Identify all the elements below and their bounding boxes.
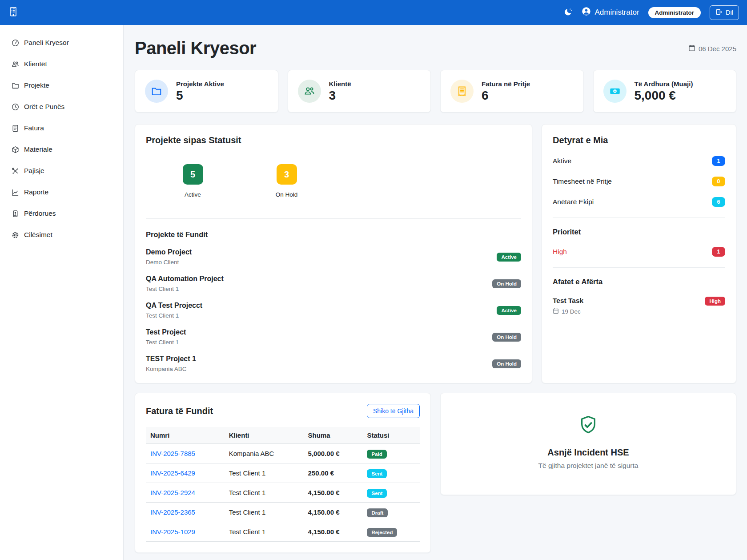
- theme-toggle-button[interactable]: [564, 8, 573, 18]
- project-name: QA Test Projecct: [146, 302, 202, 310]
- user-menu[interactable]: Administrator: [582, 7, 639, 18]
- tasks-card-title: Detyrat e Mia: [553, 135, 725, 145]
- invoice-link[interactable]: INV-2025-1029: [150, 528, 195, 536]
- stat-label: Fatura në Pritje: [482, 80, 530, 88]
- projects-card-title: Projekte sipas Statusit: [146, 135, 521, 145]
- receipt-icon: [450, 80, 474, 103]
- task-count-badge: 1: [712, 156, 725, 166]
- gear-icon: [12, 231, 19, 239]
- invoice-client: Test Client 1: [225, 503, 304, 522]
- stat-cards: Projekte Aktive 5 Klientë 3: [135, 70, 736, 113]
- invoice-client: Test Client 1: [225, 483, 304, 503]
- status-tile-active: 5 Active: [146, 164, 240, 198]
- role-badge: Administrator: [648, 7, 701, 18]
- hse-title: Asnjë Incident HSE: [547, 447, 629, 458]
- invoice-client: Test Client 1: [225, 463, 304, 483]
- app-root: Administrator Administrator Dil: [0, 0, 747, 560]
- folder-icon: [145, 80, 168, 103]
- table-row: INV-2025-2365 Test Client 1 4,150.00 € D…: [146, 503, 420, 522]
- deadline-name: Test Task: [553, 297, 583, 305]
- project-client: Test Client 1: [146, 286, 224, 292]
- sidebar-item-label: Projekte: [24, 81, 49, 89]
- status-count: 3: [277, 164, 297, 185]
- project-status-badge: Active: [497, 253, 521, 262]
- status-tiles: 5 Active 3 On Hold: [146, 164, 521, 198]
- invoice-link[interactable]: INV-2025-2365: [150, 508, 195, 516]
- shield-check-icon: [578, 415, 599, 438]
- sidebar-item-pajisje[interactable]: Pajisje: [0, 160, 123, 181]
- project-client: Test Client 1: [146, 312, 202, 319]
- person-circle-icon: [582, 7, 591, 18]
- invoice-link[interactable]: INV-2025-6429: [150, 469, 195, 477]
- sidebar-item-oret-e-punes[interactable]: Orët e Punës: [0, 96, 123, 117]
- stat-card-fatura-ne-pritje: Fatura në Pritje 6: [440, 70, 584, 113]
- stat-value: 6: [482, 89, 530, 103]
- projects-status-card: Projekte sipas Statusit 5 Active 3 On Ho…: [135, 124, 532, 383]
- table-row: INV-2025-1029 Test Client 1 4,150.00 € R…: [146, 522, 420, 542]
- table-row: INV-2025-6429 Test Client 1 250.00 € Sen…: [146, 463, 420, 483]
- invoice-link[interactable]: INV-2025-2924: [150, 489, 195, 496]
- recent-projects-title: Projekte të Fundit: [146, 230, 521, 239]
- status-label: Active: [185, 191, 201, 198]
- task-row: Aktive 1: [553, 156, 725, 166]
- invoice-amount: 4,150.00 €: [304, 503, 363, 522]
- invoice-status-badge: Sent: [367, 489, 387, 498]
- task-row: Timesheet në Pritje 0: [553, 177, 725, 186]
- topbar: Administrator Administrator Dil: [0, 0, 747, 25]
- sidebar-item-fatura[interactable]: Fatura: [0, 117, 123, 139]
- invoice-client: Test Client 1: [225, 522, 304, 542]
- calendar-icon: [688, 44, 695, 53]
- speedometer-icon: [12, 39, 19, 47]
- view-all-button[interactable]: Shiko të Gjitha: [367, 404, 420, 418]
- invoice-status-badge: Paid: [367, 450, 386, 459]
- invoice-status-badge: Draft: [367, 508, 388, 517]
- box-icon: [12, 146, 19, 153]
- stat-value: 5,000 €: [635, 89, 693, 103]
- deadlines-title: Afatet e Afërta: [553, 278, 725, 286]
- sidebar-item-label: Orët e Punës: [24, 103, 64, 111]
- project-client: Demo Client: [146, 259, 192, 266]
- invoice-link[interactable]: INV-2025-7885: [150, 450, 195, 457]
- stat-value: 5: [176, 89, 224, 103]
- project-name: Demo Project: [146, 248, 192, 256]
- project-row: QA Test Projecct Test Client 1 Active: [146, 302, 521, 319]
- task-label: Anëtarë Ekipi: [553, 198, 594, 206]
- main-content: Paneli Kryesor 06 Dec 2025: [124, 25, 747, 560]
- sidebar-item-paneli-kryesor[interactable]: Paneli Kryesor: [0, 32, 123, 53]
- stat-value: 3: [329, 89, 351, 103]
- project-name: QA Automation Project: [146, 275, 224, 283]
- sidebar-item-label: Klientët: [24, 60, 47, 68]
- recent-invoices-card: Fatura të Fundit Shiko të Gjitha Numri K…: [135, 393, 431, 553]
- project-name: TEST Project 1: [146, 355, 196, 363]
- logout-button[interactable]: Dil: [710, 5, 739, 20]
- deadline-date: 19 Dec: [553, 308, 583, 315]
- deadline-row: Test Task 19 Dec High: [553, 297, 725, 315]
- column-header: Shuma: [304, 427, 363, 444]
- brand-logo[interactable]: [6, 4, 20, 20]
- status-tile-on-hold: 3 On Hold: [240, 164, 333, 198]
- page-title: Paneli Kryesor: [135, 38, 256, 58]
- logout-label: Dil: [726, 9, 733, 16]
- task-count-badge: 0: [712, 177, 725, 186]
- project-row: Test Project Test Client 1 On Hold: [146, 328, 521, 346]
- sidebar-item-perdorues[interactable]: Përdorues: [0, 203, 123, 224]
- status-label: On Hold: [276, 191, 298, 198]
- stat-card-projekte-aktive: Projekte Aktive 5: [135, 70, 278, 113]
- deadline-priority-badge: High: [705, 297, 725, 306]
- project-status-badge: Active: [497, 306, 521, 315]
- sidebar-item-klientet[interactable]: Klientët: [0, 53, 123, 75]
- sidebar-item-label: Pajisje: [24, 167, 44, 175]
- building-icon: [8, 6, 19, 19]
- sidebar-item-materiale[interactable]: Materiale: [0, 139, 123, 160]
- sidebar-item-label: Paneli Kryesor: [24, 39, 69, 47]
- sidebar-item-cilesimet[interactable]: Cilësimet: [0, 224, 123, 246]
- project-name: Test Project: [146, 328, 186, 336]
- project-status-badge: On Hold: [492, 279, 521, 288]
- table-row: INV-2025-2924 Test Client 1 4,150.00 € S…: [146, 483, 420, 503]
- current-date: 06 Dec 2025: [688, 44, 736, 53]
- task-row: Anëtarë Ekipi 6: [553, 197, 725, 207]
- calendar-icon: [553, 308, 559, 315]
- sidebar-item-projekte[interactable]: Projekte: [0, 75, 123, 96]
- tools-icon: [12, 167, 19, 175]
- sidebar-item-raporte[interactable]: Raporte: [0, 181, 123, 203]
